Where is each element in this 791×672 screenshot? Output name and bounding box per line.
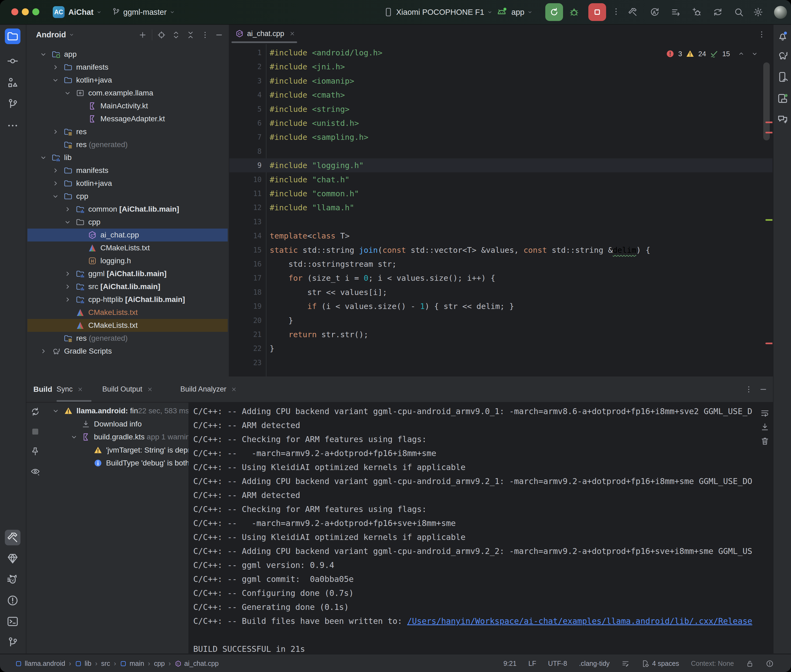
more-run-actions-button[interactable] bbox=[611, 7, 621, 16]
breadcrumb-lib[interactable]: lib bbox=[75, 660, 91, 667]
tree-row-src[interactable]: src [AiChat.lib.main] bbox=[27, 280, 228, 293]
close-window-button[interactable] bbox=[11, 8, 18, 15]
problems-tool-button[interactable] bbox=[6, 594, 19, 606]
settings-button[interactable] bbox=[753, 7, 763, 17]
attach-debugger-button[interactable] bbox=[692, 7, 702, 17]
editor-options-icon[interactable] bbox=[757, 30, 766, 39]
change-stripe-mark[interactable] bbox=[765, 219, 772, 221]
debug-button[interactable] bbox=[568, 6, 580, 18]
tree-row-gradle-scripts[interactable]: Gradle Scripts bbox=[27, 345, 228, 358]
build-output-link[interactable]: /Users/hanyin/Workspace/ai-chat/examples… bbox=[407, 616, 752, 626]
tree-row-messageadapter-kt[interactable]: MessageAdapter.kt bbox=[27, 112, 228, 125]
profiler-button[interactable] bbox=[671, 7, 681, 17]
tree-row-mainactivity-kt[interactable]: MainActivity.kt bbox=[27, 99, 228, 112]
clang-tidy-status[interactable]: .clang-tidy bbox=[579, 660, 610, 667]
tree-row-cmakelists-txt[interactable]: CMakeLists.txt bbox=[27, 306, 228, 319]
tab-ai-chat-cpp[interactable]: C ai_chat.cpp bbox=[231, 25, 295, 43]
line-ending[interactable]: LF bbox=[528, 660, 536, 667]
context-label[interactable]: Context: None bbox=[691, 660, 734, 667]
unlock-icon[interactable] bbox=[746, 660, 754, 668]
formatter-icon[interactable] bbox=[621, 660, 629, 668]
breadcrumb-llama-android[interactable]: llama.android bbox=[15, 660, 65, 667]
tree-row-com-example-llama[interactable]: com.example.llama bbox=[27, 86, 228, 99]
build-tab-sync[interactable]: Sync bbox=[56, 376, 83, 402]
build-console[interactable]: C/C++: -- Using KleidiAI optimized kerne… bbox=[188, 403, 773, 653]
indent-setting[interactable]: 4 spaces bbox=[641, 660, 679, 668]
gradle-tool-button[interactable] bbox=[777, 50, 789, 61]
terminal-tool-button[interactable] bbox=[6, 615, 19, 628]
project-selector[interactable]: AiChat bbox=[68, 0, 102, 24]
sync-project-button[interactable] bbox=[713, 7, 723, 17]
hide-build-panel-icon[interactable] bbox=[759, 385, 768, 394]
tree-row-ggml[interactable]: ggml [AiChat.lib.main] bbox=[27, 267, 228, 280]
project-view-selector[interactable]: Android bbox=[36, 25, 75, 45]
error-stripe-mark[interactable] bbox=[765, 132, 772, 133]
add-icon[interactable] bbox=[138, 30, 147, 39]
error-stripe-mark[interactable] bbox=[765, 122, 772, 123]
tree-row-res[interactable]: res (generated) bbox=[27, 138, 228, 151]
structure-tool-button[interactable] bbox=[6, 76, 19, 89]
close-tab-icon[interactable] bbox=[289, 30, 295, 37]
breadcrumb-main[interactable]: main bbox=[120, 660, 144, 667]
build-tab-build-analyzer[interactable]: Build Analyzer bbox=[180, 376, 237, 402]
breadcrumb-cpp[interactable]: cpp bbox=[154, 660, 165, 667]
caret-position[interactable]: 9:21 bbox=[503, 660, 517, 667]
soft-wrap-icon[interactable] bbox=[760, 408, 770, 418]
tree-row-common[interactable]: common [AiChat.lib.main] bbox=[27, 203, 228, 216]
build-tree-row[interactable]: build.gradle.kts app 1 warning bbox=[26, 430, 189, 443]
build-button[interactable] bbox=[627, 7, 638, 17]
commit-tool-button[interactable] bbox=[6, 55, 19, 67]
tree-row-kotlin-java[interactable]: kotlin+java bbox=[27, 177, 228, 190]
breadcrumb-src[interactable]: src bbox=[101, 660, 110, 667]
rerun-button[interactable] bbox=[545, 3, 563, 21]
build-tree-row[interactable]: llama.android: fin22 sec, 583 ms bbox=[26, 405, 189, 418]
gemini-button[interactable] bbox=[777, 114, 789, 125]
minimize-window-button[interactable] bbox=[22, 8, 29, 15]
tree-row-logging-h[interactable]: Hlogging.h bbox=[27, 254, 228, 267]
tree-row-res[interactable]: res bbox=[27, 125, 228, 138]
tree-row-manifests[interactable]: manifests bbox=[27, 164, 228, 177]
apply-changes-button[interactable] bbox=[649, 7, 659, 17]
tree-row-manifests[interactable]: manifests bbox=[27, 61, 228, 74]
device-manager-button[interactable] bbox=[777, 93, 789, 104]
project-tool-button[interactable] bbox=[5, 29, 21, 44]
running-devices-button[interactable] bbox=[777, 71, 789, 83]
expand-all-icon[interactable] bbox=[172, 30, 180, 39]
notifications-button[interactable] bbox=[777, 30, 789, 42]
file-encoding[interactable]: UTF-8 bbox=[548, 660, 567, 667]
stop-button[interactable] bbox=[588, 3, 606, 21]
breadcrumb-ai-chat-cpp[interactable]: Cai_chat.cpp bbox=[175, 660, 219, 667]
build-tree-row[interactable]: BuildType 'debug' is both de bbox=[26, 457, 189, 469]
maximize-window-button[interactable] bbox=[32, 8, 39, 15]
build-tree-row[interactable]: 'jvmTarget: String' is deprec bbox=[26, 444, 189, 457]
tree-row-cpp[interactable]: cpp bbox=[27, 216, 228, 229]
git-tool-button[interactable] bbox=[6, 636, 19, 649]
inspections-status-icon[interactable] bbox=[766, 660, 774, 668]
tree-row-res[interactable]: res (generated) bbox=[27, 332, 228, 345]
hide-panel-icon[interactable] bbox=[215, 30, 223, 39]
build-tab-build-output[interactable]: Build Output bbox=[102, 376, 153, 402]
search-everywhere-button[interactable] bbox=[734, 7, 744, 17]
tree-row-cpp-httplib[interactable]: cpp-httplib [AiChat.lib.main] bbox=[27, 293, 228, 306]
select-opened-file-icon[interactable] bbox=[157, 30, 166, 39]
more-tool-windows-button[interactable] bbox=[6, 119, 19, 132]
logcat-tool-button[interactable] bbox=[6, 573, 19, 586]
run-config-selector[interactable]: app bbox=[511, 0, 533, 24]
prev-problem-icon[interactable] bbox=[738, 50, 745, 58]
build-panel-title[interactable]: Build bbox=[34, 376, 52, 402]
inspections-widget[interactable]: 3 24 15 bbox=[666, 49, 759, 59]
tree-row-cmakelists-txt[interactable]: CMakeLists.txt bbox=[27, 242, 228, 254]
next-problem-icon[interactable] bbox=[751, 50, 759, 58]
build-options-icon[interactable] bbox=[744, 385, 753, 394]
build-tree-row[interactable]: Download info bbox=[26, 418, 189, 430]
clear-console-icon[interactable] bbox=[760, 436, 770, 446]
tree-row-ai-chat-cpp[interactable]: Cai_chat.cpp bbox=[27, 229, 228, 242]
collapse-all-icon[interactable] bbox=[186, 30, 195, 39]
tree-row-lib[interactable]: lib bbox=[27, 151, 228, 164]
branch-selector[interactable]: ggml-master bbox=[123, 0, 175, 24]
tree-row-app[interactable]: app bbox=[27, 48, 228, 61]
tree-row-kotlin-java[interactable]: kotlin+java bbox=[27, 74, 228, 86]
tree-row-cpp[interactable]: cpp bbox=[27, 190, 228, 203]
editor-scrollbar[interactable] bbox=[763, 62, 770, 140]
pull-requests-tool-button[interactable] bbox=[6, 98, 19, 110]
